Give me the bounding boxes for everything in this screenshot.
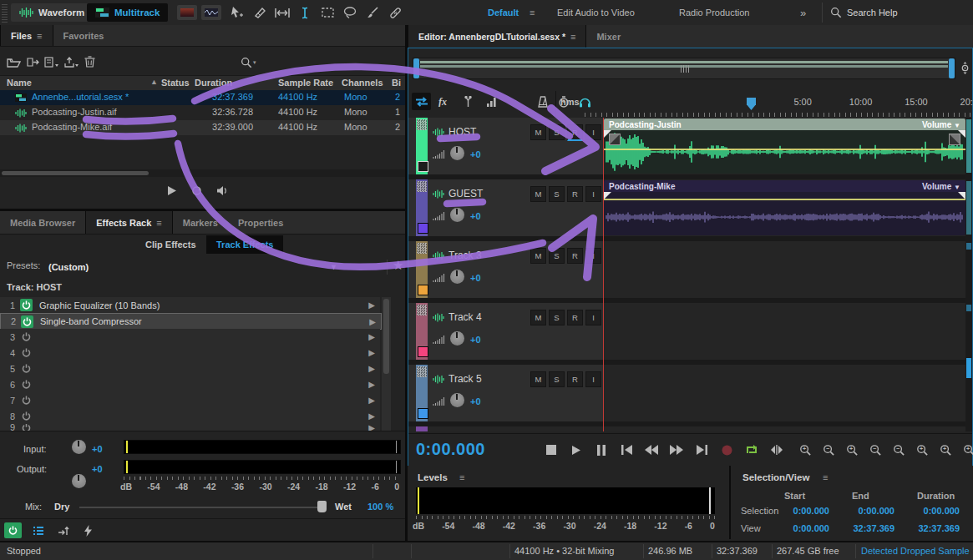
track-monitor-input-button[interactable]: I (585, 248, 601, 264)
clip-envelope-selector[interactable]: Volume ▼ (922, 120, 960, 129)
slot-expand-icon[interactable]: ▶ (368, 364, 375, 373)
col-bit-depth[interactable]: Bi (392, 78, 401, 88)
zoom-out-time-button[interactable]: − (864, 441, 886, 459)
timeline-zoom-bar[interactable] (413, 58, 955, 79)
track-volume-knob[interactable] (450, 208, 464, 222)
lasso-tool-button[interactable] (340, 4, 360, 21)
power-icon[interactable] (20, 362, 33, 375)
power-icon[interactable] (20, 378, 33, 391)
tab-favorites[interactable]: Favorites (53, 25, 114, 46)
slip-tool-button[interactable] (272, 4, 292, 21)
track-grip[interactable] (417, 305, 427, 315)
zoom-out-amplitude-button[interactable]: − (818, 441, 839, 459)
track-name[interactable]: HOST (448, 126, 476, 138)
waveform-view-button[interactable]: Waveform (11, 3, 93, 22)
effect-slot-3[interactable]: 3▶ (0, 329, 380, 346)
move-tool-button[interactable] (227, 4, 247, 21)
export-icon[interactable] (64, 57, 79, 68)
selection-value[interactable]: 0:00.000 (774, 506, 829, 516)
mix-slider-track[interactable] (79, 507, 323, 508)
clip-effects-button[interactable]: Clip Effects (135, 235, 206, 254)
slot-expand-icon[interactable]: ▶ (368, 396, 375, 405)
go-to-start-button[interactable] (616, 441, 637, 459)
zoom-bar-left-handle[interactable] (413, 58, 419, 78)
workspace-radio-production[interactable]: Radio Production (679, 1, 749, 24)
zoom-out-point-button[interactable]: + (935, 441, 956, 459)
files-search-icon[interactable]: ▾ (241, 57, 256, 68)
track-mute-button[interactable]: M (530, 186, 546, 202)
file-row-1[interactable]: Annenbe...utorial.sesx *32:37.36944100 H… (0, 90, 407, 105)
spot-healing-tool-button[interactable] (385, 4, 405, 21)
time-display[interactable]: 0:00.000 (416, 440, 485, 459)
selection-panel-menu-icon[interactable]: ≡ (823, 472, 828, 482)
track-grip[interactable] (417, 243, 427, 254)
effect-slot-6[interactable]: 6▶ (0, 376, 380, 393)
zoom-in-amplitude-button[interactable]: + (794, 441, 816, 459)
mix-slider-handle[interactable] (317, 501, 327, 512)
zoom-bar-right-handle[interactable] (949, 58, 955, 78)
col-name[interactable]: Name (7, 78, 32, 88)
open-folder-icon[interactable] (7, 57, 21, 68)
track-header-host[interactable]: HOST +0 MSRI (408, 118, 603, 174)
track-record-arm-button[interactable]: R (567, 124, 583, 141)
multitrack-view-button[interactable]: Multitrack (87, 3, 168, 22)
files-panel-menu-icon[interactable]: ≡ (37, 31, 42, 41)
waveform-display-button[interactable] (201, 5, 221, 20)
tab-markers[interactable]: Markers (173, 211, 228, 234)
slot-expand-icon[interactable]: ▶ (369, 317, 376, 326)
track-header-guest[interactable]: GUEST +0 MSRI (408, 179, 603, 236)
pause-button[interactable] (590, 441, 612, 459)
playhead-handle[interactable] (747, 98, 756, 110)
play-icon[interactable] (167, 185, 177, 196)
paintbrush-tool-button[interactable] (362, 4, 383, 21)
effect-slot-2[interactable]: 2Single-band Compressor▶ (0, 313, 382, 330)
power-icon[interactable] (20, 394, 33, 406)
files-hscrollbar-thumb[interactable] (2, 171, 149, 175)
zoom-selection-button[interactable]: + (958, 441, 973, 459)
zoom-bar-grip[interactable] (681, 65, 691, 73)
fade-out-handle[interactable] (958, 192, 965, 199)
track-header-track-3[interactable]: Track 3 +0 MSRI (408, 241, 603, 298)
fx-rack-button[interactable]: fx (435, 93, 454, 110)
volume-envelope-line[interactable] (604, 199, 965, 200)
track-record-arm-button[interactable]: R (567, 186, 583, 202)
power-icon[interactable] (21, 315, 33, 328)
col-sample-rate[interactable]: Sample Rate (278, 78, 333, 88)
track-record-arm-button[interactable]: R (567, 310, 583, 325)
loop-playback-button[interactable] (741, 441, 763, 459)
auto-play-icon[interactable] (216, 185, 228, 196)
track-mute-button[interactable]: M (530, 371, 546, 387)
loop-playback-icon[interactable] (190, 185, 203, 196)
volume-envelope-line[interactable] (604, 149, 965, 150)
track-monitor-input-button[interactable]: I (585, 371, 601, 387)
power-icon[interactable] (20, 346, 33, 359)
preset-dropdown[interactable]: (Custom) ▼ (42, 259, 344, 275)
clip-podcasting-mike[interactable]: Podcasting-Mike Volume ▼ (604, 180, 965, 235)
workspace-default[interactable]: Default (488, 1, 519, 24)
track-mute-button[interactable]: M (530, 124, 546, 140)
slot-expand-icon[interactable]: ▶ (368, 332, 375, 341)
tab-editor[interactable]: Editor: AnnenbergDLTutorial.sesx * ≡ (408, 25, 586, 48)
tab-mixer[interactable]: Mixer (586, 25, 631, 48)
spectral-display-button[interactable] (177, 5, 197, 20)
selection-value[interactable]: 0:00.000 (774, 523, 829, 533)
track-effects-button[interactable]: Track Effects (206, 235, 283, 254)
track-monitor-input-button[interactable]: I (585, 310, 601, 325)
workspace-edit-audio-to-video[interactable]: Edit Audio to Video (557, 1, 635, 24)
tab-files[interactable]: Files ≡ (0, 25, 53, 46)
col-duration[interactable]: Duration (195, 78, 232, 88)
track-name[interactable]: Track 5 (448, 373, 482, 385)
import-file-icon[interactable] (26, 57, 39, 68)
selection-value[interactable]: 32:37.369 (905, 523, 960, 533)
power-icon[interactable] (20, 330, 33, 343)
track-solo-button[interactable]: S (549, 371, 565, 387)
track-volume-knob[interactable] (450, 331, 464, 346)
track-name[interactable]: Track 4 (448, 311, 482, 323)
track-swatch[interactable] (418, 285, 428, 295)
track-monitor-input-button[interactable]: I (585, 186, 601, 202)
track-swatch[interactable] (418, 161, 428, 172)
file-row-3[interactable]: Podcasting-Mike.aif32:39.00044100 HzMono… (0, 120, 407, 135)
go-to-end-button[interactable] (691, 441, 712, 459)
new-content-icon[interactable] (44, 57, 59, 68)
fade-out-box[interactable] (949, 134, 960, 145)
